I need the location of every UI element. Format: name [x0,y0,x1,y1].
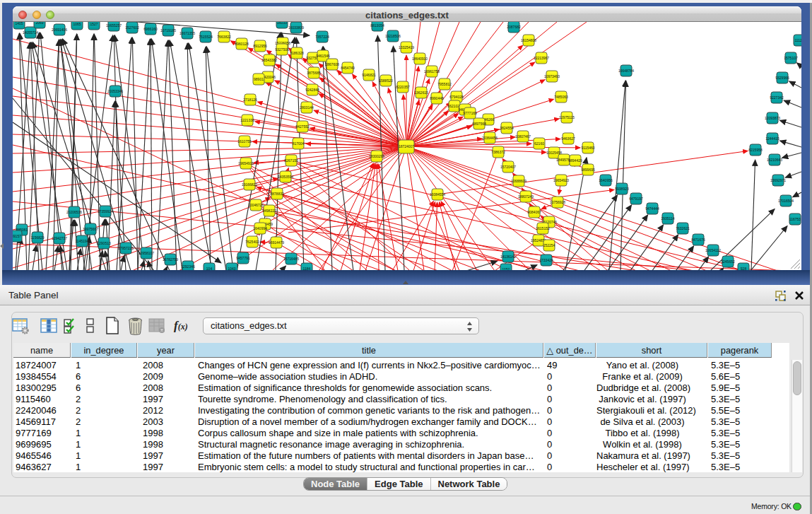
svg-text:6794028: 6794028 [449,95,464,99]
svg-text:7632621: 7632621 [676,226,690,230]
svg-text:8990448: 8990448 [430,96,444,100]
svg-text:10655257: 10655257 [106,23,122,28]
svg-text:3824554: 3824554 [500,126,514,130]
svg-text:19384554: 19384554 [430,192,445,197]
svg-text:9227342: 9227342 [770,95,784,100]
svg-text:116753: 116753 [789,217,801,221]
svg-text:8878832: 8878832 [270,192,284,196]
svg-text:15692971: 15692971 [770,178,786,182]
svg-text:1527: 1527 [90,22,98,26]
svg-text:12942737: 12942737 [52,236,67,240]
svg-text:12213967: 12213967 [534,56,549,60]
svg-text:7515524: 7515524 [199,35,213,39]
svg-text:9146821: 9146821 [362,73,376,77]
svg-text:14353594: 14353594 [278,175,293,179]
svg-text:1640956: 1640956 [599,178,613,182]
svg-text:8813054: 8813054 [370,23,384,28]
svg-text:8427552: 8427552 [295,124,310,129]
svg-text:1065: 1065 [73,22,81,26]
svg-text:11123: 11123 [794,38,801,42]
svg-text:2935114: 2935114 [661,216,674,221]
svg-text:12975115: 12975115 [559,115,575,119]
svg-text:2718126: 2718126 [243,98,257,102]
svg-text:13325419: 13325419 [399,45,414,49]
svg-text:20691406: 20691406 [52,28,67,32]
svg-text:18724007: 18724007 [399,144,414,148]
svg-text:16961758: 16961758 [424,69,440,74]
svg-text:15720407: 15720407 [500,165,516,169]
svg-text:9084067: 9084067 [527,210,541,214]
svg-text:8454749: 8454749 [341,66,355,70]
svg-text:16543382: 16543382 [261,58,277,62]
svg-text:98901: 98901 [254,77,264,81]
svg-text:18807249: 18807249 [518,194,534,199]
svg-text:17016504: 17016504 [778,199,794,203]
svg-text:1733426: 1733426 [539,258,553,262]
svg-text:9329966: 9329966 [775,76,789,80]
svg-text:17957225: 17957225 [118,246,134,250]
svg-text:2803144: 2803144 [300,105,314,110]
svg-text:2867608: 2867608 [325,62,339,66]
svg-text:16782759: 16782759 [163,257,178,262]
svg-text:9327506: 9327506 [275,47,289,52]
svg-text:18640910: 18640910 [412,57,428,61]
svg-text:6897568: 6897568 [472,122,486,126]
svg-text:20364456: 20364456 [482,136,498,140]
svg-text:9899695: 9899695 [581,168,595,172]
svg-text:1152: 1152 [502,267,510,270]
svg-text:2069: 2069 [35,22,43,25]
svg-text:9461546: 9461546 [316,54,330,58]
svg-text:10719185: 10719185 [160,28,176,33]
svg-text:39157: 39157 [13,234,21,238]
svg-text:1610755: 1610755 [237,139,252,144]
svg-text:20053346: 20053346 [107,89,123,93]
svg-text:8471676: 8471676 [691,238,705,242]
svg-text:9463627: 9463627 [561,136,575,141]
svg-text:6479197: 6479197 [629,197,643,201]
svg-text:1043: 1043 [228,267,235,270]
svg-text:9894429: 9894429 [568,158,582,163]
svg-text:1290513: 1290513 [97,241,111,245]
svg-text:15716485: 15716485 [283,257,299,261]
svg-text:8912956: 8912956 [253,44,267,48]
svg-text:1640994: 1640994 [253,226,267,230]
svg-text:19218506: 19218506 [385,34,401,38]
svg-text:9474444: 9474444 [645,206,659,211]
svg-text:10654112: 10654112 [705,248,721,252]
svg-text:18300295: 18300295 [369,154,384,158]
svg-text:7485063: 7485063 [554,95,568,99]
svg-text:19654923: 19654923 [553,178,569,182]
svg-text:9242848: 9242848 [305,88,319,92]
svg-text:8960128: 8960128 [235,42,249,46]
svg-text:19654915: 19654915 [238,161,254,165]
svg-text:10807467: 10807467 [515,134,531,139]
svg-text:7357224: 7357224 [315,35,329,39]
svg-text:9498222: 9498222 [262,209,276,213]
svg-text:1156829: 1156829 [30,235,44,240]
svg-text:1244415: 1244415 [765,136,779,141]
svg-text:8215958: 8215958 [748,148,763,152]
svg-text:16648784: 16648784 [618,69,634,73]
svg-text:1575107: 1575107 [784,56,798,60]
svg-text:7386372: 7386372 [491,150,505,154]
svg-text:252254: 252254 [543,243,555,247]
svg-text:19166822: 19166822 [242,182,257,187]
svg-text:16210643: 16210643 [767,158,782,162]
svg-text:16033809: 16033809 [288,25,304,30]
svg-text:8220357: 8220357 [396,85,410,89]
svg-text:7955812: 7955812 [437,82,452,86]
svg-text:928: 928 [741,267,747,270]
svg-text:2087682: 2087682 [507,25,521,29]
svg-text:12093873: 12093873 [765,116,780,120]
svg-text:14055714: 14055714 [23,30,38,35]
svg-text:17359924: 17359924 [98,209,113,214]
svg-text:1145194: 1145194 [75,239,88,243]
svg-text:1405: 1405 [15,22,23,25]
svg-text:3875685: 3875685 [307,71,321,75]
svg-text:14136141: 14136141 [500,255,516,259]
svg-text:9457791: 9457791 [236,256,250,260]
svg-text:16914479: 16914479 [269,240,284,245]
svg-text:20206536: 20206536 [66,210,82,214]
svg-text:7625402: 7625402 [245,240,259,244]
svg-text:1615152: 1615152 [536,226,550,230]
